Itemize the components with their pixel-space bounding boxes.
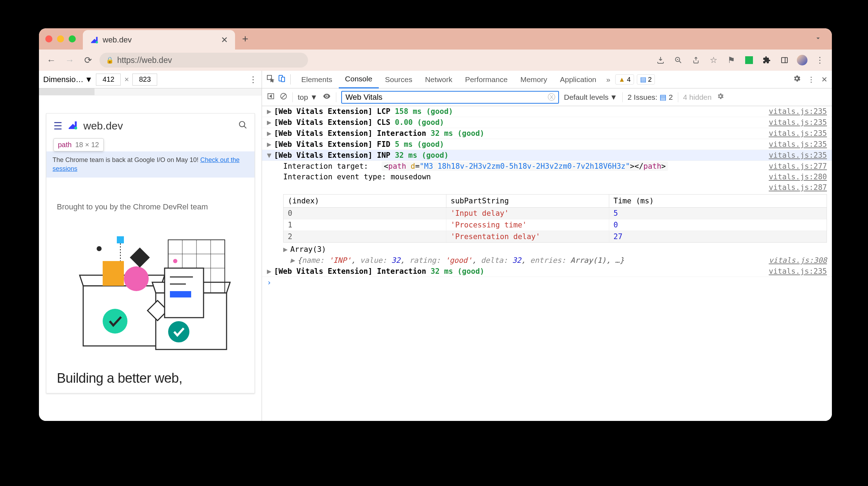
disclosure-triangle-icon[interactable]: ▶ (283, 245, 290, 254)
extensions-icon[interactable] (760, 56, 773, 64)
banner-text: The Chrome team is back at Google I/O on… (53, 156, 200, 163)
back-button[interactable]: ← (44, 55, 58, 66)
devtools-kebab-icon[interactable]: ⋮ (807, 75, 815, 84)
extension-square-icon[interactable] (742, 56, 756, 64)
minimize-window-button[interactable] (57, 35, 64, 42)
disclosure-triangle-icon[interactable]: ▶ (267, 118, 274, 127)
disclosure-triangle-icon[interactable]: ▶ (267, 129, 274, 138)
disclosure-triangle-icon[interactable]: ▶ (267, 140, 274, 149)
log-levels-dropdown[interactable]: Default levels ▼ (564, 93, 617, 102)
console-prompt[interactable]: › (262, 277, 832, 288)
bookmark-icon[interactable]: ☆ (707, 55, 720, 65)
dimension-separator: × (124, 75, 129, 84)
settings-icon[interactable] (793, 74, 801, 85)
hidden-count: 4 hidden (683, 93, 712, 102)
sidepanel-icon[interactable] (778, 56, 791, 64)
console-output: ▶[Web Vitals Extension] LCP 158 ms (good… (262, 106, 832, 421)
source-link[interactable]: vitals.js:235 (769, 107, 827, 116)
array-summary-row[interactable]: ▶Array(3) (262, 244, 832, 255)
devtools-tab-elements[interactable]: Elements (295, 71, 339, 88)
console-log-row[interactable]: ▶[Web Vitals Extension] LCP 158 ms (good… (262, 106, 832, 117)
browser-tab[interactable]: web.dev ✕ (83, 30, 235, 50)
source-link[interactable]: vitals.js:235 (769, 267, 827, 276)
disclosure-triangle-icon[interactable]: ▼ (267, 151, 274, 160)
svg-rect-28 (170, 291, 191, 297)
width-input[interactable] (96, 74, 121, 86)
console-log-row[interactable]: ▶[Web Vitals Extension] CLS 0.00 (good)v… (262, 117, 832, 128)
console-log-row[interactable]: ▶[Web Vitals Extension] Interaction 32 m… (262, 128, 832, 139)
source-link[interactable]: vitals.js:287 (769, 183, 827, 192)
filter-input[interactable]: Web Vitals ⓧ (341, 91, 559, 104)
table-row: 1'Processing time'0 (284, 219, 827, 231)
svg-point-23 (173, 259, 177, 263)
console-settings-icon[interactable] (716, 92, 724, 102)
titlebar: web.dev ✕ + (39, 28, 832, 50)
source-link[interactable]: vitals.js:235 (769, 140, 827, 149)
source-link[interactable]: vitals.js:235 (769, 129, 827, 138)
source-link[interactable]: vitals.js:280 (769, 173, 827, 181)
issues-link[interactable]: 2 Issues: ▤ 2 (628, 93, 673, 102)
search-icon[interactable] (238, 120, 247, 132)
flag-icon[interactable]: ⚑ (725, 55, 738, 65)
close-devtools-icon[interactable]: ✕ (821, 75, 828, 84)
toggle-device-icon[interactable] (278, 74, 286, 85)
source-link[interactable]: vitals.js:235 (769, 151, 827, 160)
devtools-panel: ElementsConsoleSourcesNetworkPerformance… (262, 71, 832, 421)
console-object-row[interactable]: ▶{name: 'INP', value: 32, rating: 'good'… (262, 255, 832, 266)
devtools-tab-performance[interactable]: Performance (459, 71, 514, 88)
tabs-dropdown-icon[interactable] (814, 34, 822, 44)
address-bar[interactable]: 🔒 https://web.dev (99, 53, 308, 68)
traffic-lights (45, 35, 76, 42)
install-icon[interactable] (654, 56, 667, 64)
console-log-row[interactable]: ▶[Web Vitals Extension] Interaction 32 m… (262, 266, 832, 277)
share-icon[interactable] (689, 56, 703, 64)
disclosure-triangle-icon[interactable]: ▶ (267, 107, 274, 116)
dimensions-dropdown[interactable]: Dimensio… ▼ (43, 75, 92, 84)
console-log-row[interactable]: ▶[Web Vitals Extension] FID 5 ms (good)v… (262, 139, 832, 150)
svg-point-0 (96, 41, 98, 44)
hamburger-icon[interactable]: ☰ (53, 120, 62, 132)
source-link[interactable]: vitals.js:277 (769, 162, 827, 170)
maximize-window-button[interactable] (69, 35, 76, 42)
messages-badge[interactable]: ▤2 (637, 74, 655, 85)
devtools-tab-console[interactable]: Console (339, 71, 379, 88)
reload-button[interactable]: ⟳ (81, 55, 95, 66)
disclosure-triangle-icon[interactable]: ▶ (267, 267, 274, 276)
clear-filter-icon[interactable]: ⓧ (548, 92, 555, 103)
devtools-tab-memory[interactable]: Memory (514, 71, 554, 88)
svg-point-14 (103, 309, 127, 334)
table-row: 0'Input delay'5 (284, 208, 827, 219)
devtools-tab-network[interactable]: Network (419, 71, 459, 88)
clear-console-icon[interactable] (280, 92, 287, 102)
kebab-menu-icon[interactable]: ⋮ (813, 55, 827, 65)
zoom-icon[interactable] (672, 56, 685, 64)
favicon-icon (90, 35, 99, 45)
live-expression-icon[interactable] (322, 92, 331, 102)
forward-button[interactable]: → (63, 55, 77, 66)
devtools-tab-application[interactable]: Application (554, 71, 603, 88)
toolbar: ← → ⟳ 🔒 https://web.dev ☆ ⚑ ⋮ (39, 50, 832, 71)
source-link[interactable]: vitals.js:308 (769, 256, 827, 265)
source-link[interactable]: vitals.js:235 (769, 118, 827, 127)
toggle-sidebar-icon[interactable] (267, 92, 275, 102)
hero-illustration (57, 222, 244, 357)
new-tab-button[interactable]: + (242, 33, 249, 45)
console-log-row[interactable]: ▼[Web Vitals Extension] INP 32 ms (good)… (262, 150, 832, 161)
table-source-row: vitals.js:287 (262, 182, 832, 193)
logo-icon (67, 120, 79, 132)
svg-point-5 (239, 121, 245, 127)
svg-point-9 (97, 246, 102, 251)
height-input[interactable] (132, 74, 157, 86)
disclosure-triangle-icon[interactable]: ▶ (290, 256, 297, 265)
close-tab-icon[interactable]: ✕ (221, 35, 228, 45)
context-selector[interactable]: top ▼ (298, 93, 318, 102)
content-area: Dimensio… ▼ × ⋮ ☰ web.dev (39, 71, 832, 421)
close-window-button[interactable] (45, 35, 52, 42)
inspect-element-icon[interactable] (266, 74, 275, 85)
more-tabs-icon[interactable]: » (606, 75, 610, 84)
profile-avatar[interactable] (795, 55, 809, 65)
devtools-tab-sources[interactable]: Sources (379, 71, 419, 88)
warnings-badge[interactable]: ▲4 (615, 74, 634, 85)
interaction-target-row: Interaction target: <path d="M3 18h18v-2… (262, 161, 832, 172)
device-options-icon[interactable]: ⋮ (249, 75, 257, 85)
